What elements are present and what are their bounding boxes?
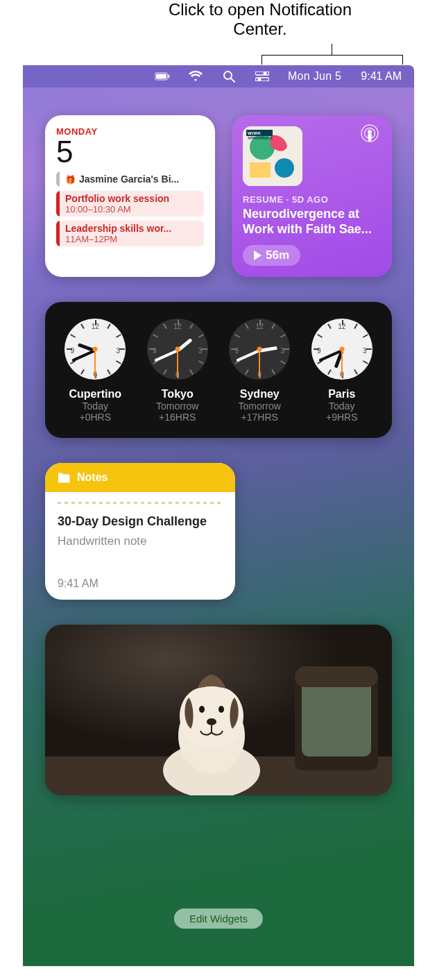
calendar-day-name: MONDAY xyxy=(56,126,204,137)
podcast-meta: RESUME · 5D AGO xyxy=(243,194,381,205)
svg-text:WORK: WORK xyxy=(248,131,262,135)
notes-time: 9:41 AM xyxy=(58,577,223,590)
clock-item: 12369ParisToday+9HRS xyxy=(305,319,380,423)
callout-text: Click to open Notification Center. xyxy=(153,0,368,39)
notes-widget[interactable]: Notes 30-Day Design Challenge Handwritte… xyxy=(45,463,235,600)
svg-point-28 xyxy=(207,718,216,725)
calendar-event[interactable]: Jasmine Garcia's Bi... xyxy=(56,171,204,187)
notes-folder-icon xyxy=(58,473,70,483)
svg-point-18 xyxy=(368,130,372,134)
calendar-day-number: 5 xyxy=(56,137,204,167)
edit-widgets-button[interactable]: Edit Widgets xyxy=(174,909,263,929)
svg-rect-5 xyxy=(255,71,269,75)
menubar-date[interactable]: Mon Jun 5 xyxy=(288,70,341,83)
clock-item: 12369TokyoTomorrow+16HRS xyxy=(140,319,216,423)
notes-subtitle: Handwritten note xyxy=(58,534,223,548)
control-center-icon[interactable] xyxy=(255,69,270,84)
svg-rect-22 xyxy=(302,680,371,757)
menubar: Mon Jun 5 9:41 AM xyxy=(23,65,414,87)
svg-text:APPROPRIATE: APPROPRIATE xyxy=(248,136,273,140)
svg-point-8 xyxy=(257,78,261,81)
svg-point-12 xyxy=(275,158,294,178)
battery-icon[interactable] xyxy=(155,69,170,84)
podcast-artwork: WORKAPPROPRIATE xyxy=(243,126,302,186)
svg-rect-23 xyxy=(295,666,378,687)
clock-item: 12369SydneyTomorrow+17HRS xyxy=(222,319,298,423)
clock-item: 12369CupertinoToday+0HRS xyxy=(58,319,133,423)
svg-rect-2 xyxy=(168,74,169,78)
menubar-time[interactable]: 9:41 AM xyxy=(361,70,402,83)
photos-widget[interactable] xyxy=(45,625,392,795)
podcast-play-button[interactable]: 56m xyxy=(243,245,300,266)
svg-point-27 xyxy=(218,706,224,713)
notification-center: Mon Jun 5 9:41 AM MONDAY 5 Jasmine Garci… xyxy=(23,65,414,966)
svg-point-26 xyxy=(199,706,205,713)
calendar-widget[interactable]: MONDAY 5 Jasmine Garcia's Bi... Portfoli… xyxy=(45,115,215,277)
svg-rect-7 xyxy=(255,78,269,81)
podcast-widget[interactable]: WORKAPPROPRIATE RESUME · 5D AGO Neurodiv… xyxy=(232,115,392,277)
search-icon[interactable] xyxy=(221,69,237,84)
notes-title: 30-Day Design Challenge xyxy=(58,514,223,529)
world-clock-widget[interactable]: 12369CupertinoToday+0HRS12369TokyoTomorr… xyxy=(45,302,392,438)
podcast-title: Neurodivergence at Work with Faith Sae..… xyxy=(243,206,381,237)
svg-rect-1 xyxy=(156,74,166,79)
podcasts-icon xyxy=(360,124,379,146)
calendar-event[interactable]: Leadership skills wor...11AM–12PM xyxy=(56,221,204,246)
svg-rect-11 xyxy=(250,162,271,178)
svg-point-6 xyxy=(263,71,266,75)
svg-line-4 xyxy=(231,78,234,82)
wifi-icon[interactable] xyxy=(188,69,203,84)
notes-header: Notes xyxy=(45,463,235,492)
calendar-event[interactable]: Portfolio work session10:00–10:30 AM xyxy=(56,191,204,217)
